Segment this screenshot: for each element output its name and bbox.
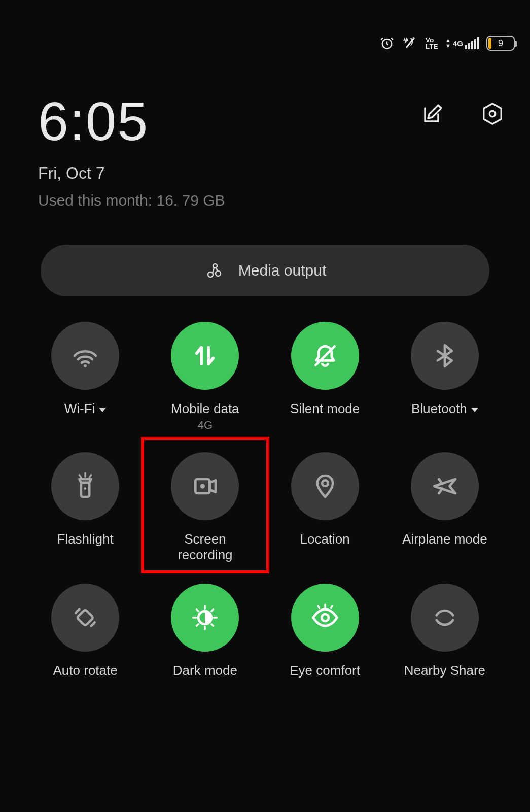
location-icon [311,472,339,500]
data-usage-label: Used this month: 16. 79 GB [38,192,520,209]
location-label: Location [300,531,349,547]
svg-point-8 [489,111,496,117]
tile-eye-comfort: Eye comfort [265,584,385,679]
nearby-icon [431,603,459,632]
tile-location: Location [265,452,385,563]
flashlight-toggle[interactable] [51,452,119,520]
location-toggle[interactable] [291,452,359,520]
rotate-icon [71,603,99,632]
bell-off-icon [311,342,339,370]
media-output-label: Media output [238,262,326,279]
svg-marker-7 [484,104,502,124]
date-label: Fri, Oct 7 [38,164,520,183]
wifi-icon [71,342,99,370]
dark-mode-toggle[interactable] [171,584,239,652]
edit-button[interactable] [420,101,445,126]
bluetooth-label[interactable]: Bluetooth [411,401,478,417]
tile-wi-fi: Wi-Fi [25,322,145,432]
mobile-data-label: Mobile data [171,401,239,417]
silent-mode-label: Silent mode [290,401,360,417]
bluetooth-icon [431,342,459,370]
quick-settings-panel: Vo LTE ▲▼ 4G 9 6:05 [0,0,530,812]
tile-screen-recording: Screen recording [145,452,265,563]
tile-silent-mode: Silent mode [265,322,385,432]
auto-rotate-toggle[interactable] [51,584,119,652]
dark-mode-label: Dark mode [173,663,237,679]
flashlight-label: Flashlight [57,531,113,547]
mobile-data-icon [191,342,219,370]
nearby-share-toggle[interactable] [411,584,479,652]
mobile-data-toggle[interactable] [171,322,239,390]
media-output-icon [204,260,224,281]
auto-rotate-label: Auto rotate [53,663,118,679]
quick-settings-grid: Wi-FiMobile data4GSilent modeBluetoothFl… [10,322,520,679]
airplane-mode-label: Airplane mode [402,531,487,547]
wi-fi-label[interactable]: Wi-Fi [64,401,107,417]
chevron-down-icon [99,408,106,412]
screen-record-icon [191,472,219,500]
flashlight-icon [71,472,99,500]
tile-auto-rotate: Auto rotate [25,584,145,679]
airplane-mode-toggle[interactable] [411,452,479,520]
tile-dark-mode: Dark mode [145,584,265,679]
tile-mobile-data: Mobile data4G [145,322,265,432]
settings-button[interactable] [480,101,505,126]
airplane-icon [431,472,459,500]
eye-comfort-label: Eye comfort [290,663,360,679]
screen-recording-toggle[interactable] [171,452,239,520]
wi-fi-toggle[interactable] [51,322,119,390]
tile-flashlight: Flashlight [25,452,145,563]
screen-recording-label: Screen recording [159,531,251,563]
silent-mode-toggle[interactable] [291,322,359,390]
svg-point-10 [216,271,221,276]
header: 6:05 Fri, Oct 7 Used this month: 16. 79 … [10,0,520,209]
eye-comfort-toggle[interactable] [291,584,359,652]
dark-mode-icon [191,603,219,632]
tile-bluetooth: Bluetooth [385,322,505,432]
mobile-data-sublabel: 4G [198,419,213,432]
tile-nearby-share: Nearby Share [385,584,505,679]
eye-icon [311,603,339,632]
tile-airplane-mode: Airplane mode [385,452,505,563]
bluetooth-toggle[interactable] [411,322,479,390]
chevron-down-icon [471,408,478,412]
nearby-share-label: Nearby Share [404,663,485,679]
media-output-button[interactable]: Media output [41,245,489,296]
